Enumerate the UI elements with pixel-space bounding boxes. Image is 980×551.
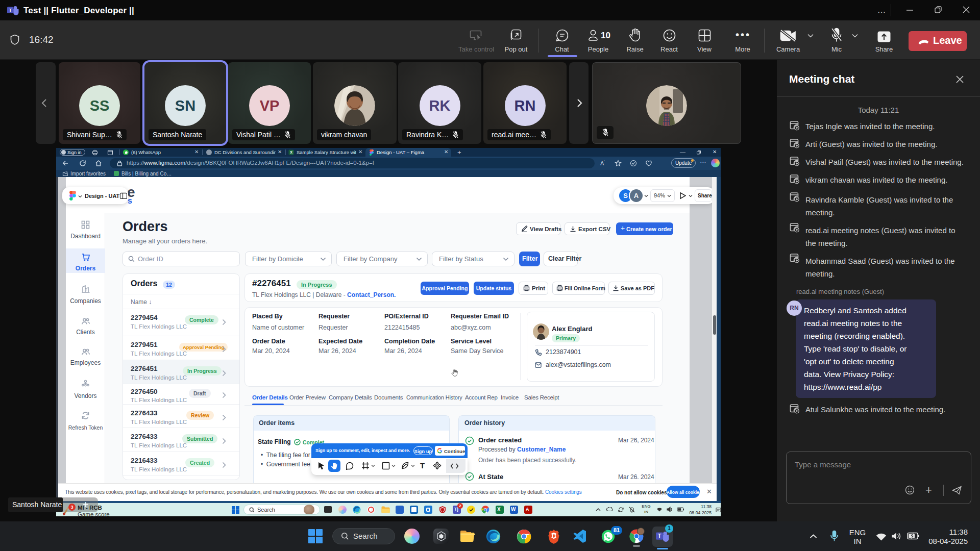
svg-text:T: T — [9, 7, 12, 13]
svg-text:T: T — [658, 533, 662, 539]
